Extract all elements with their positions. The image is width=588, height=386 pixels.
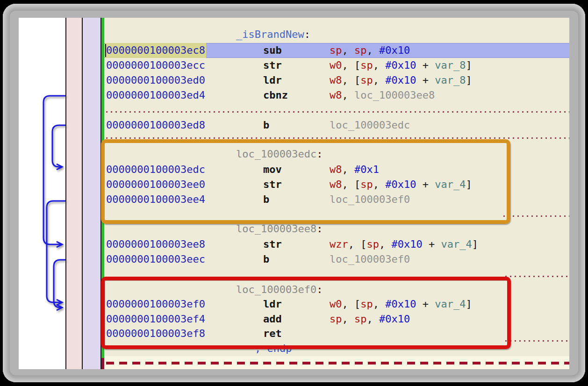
operands-cell: loc_100003ef0 [330, 252, 410, 267]
operand-token-pln: , [ [348, 238, 367, 250]
mnemonic-cell: cbnz [263, 88, 288, 103]
address-cell: 0000000100003ec8 [106, 43, 205, 58]
address-cell: 0000000100003ed4 [106, 88, 205, 103]
listing-row[interactable]: 0000000100003ed0ldrw8, [sp, #0x10 + var_… [104, 73, 569, 88]
operand-token-loc: loc_100003ee8 [354, 89, 435, 101]
mnemonic-cell: str [263, 237, 282, 252]
operand-token-pln: , [ [342, 59, 361, 71]
operand-token-reg: sp [367, 238, 380, 250]
operand-token-imm: #0x10 [385, 59, 416, 71]
operand-token-reg: w8 [330, 74, 342, 86]
operand-token-reg: sp [360, 74, 373, 86]
listing-row[interactable]: 0000000100003eecbloc_100003ef0 [104, 252, 569, 267]
address-cell: 0000000100003ed8 [106, 118, 205, 133]
operand-token-loc: loc_100003edc [330, 119, 410, 131]
jump-arrow [52, 125, 65, 167]
label-name: loc_100003ee8 [236, 223, 316, 235]
operand-token-imm: #0x10 [392, 238, 423, 250]
operand-token-pln: , [373, 74, 386, 86]
operand-token-loc: loc_100003ef0 [330, 253, 410, 265]
address-cell: 0000000100003ed0 [106, 73, 205, 88]
slide-frame: _isBrandNew:0000000100003ec8subsp, sp, #… [0, 0, 588, 386]
operands-cell: w0, [sp, #0x10 + var_8] [330, 58, 472, 73]
mnemonic-cell: sub [263, 43, 282, 58]
operand-token-pln: + [423, 238, 441, 250]
operand-token-pln: , [367, 44, 380, 56]
operand-token-reg: wzr [330, 238, 348, 250]
operand-token-pln: , [342, 89, 355, 101]
ida-page: _isBrandNew:0000000100003ec8subsp, sp, #… [19, 18, 569, 369]
operands-cell: w8, [sp, #0x10 + var_8] [330, 73, 472, 88]
listing-row[interactable]: 0000000100003ee8strwzr, [sp, #0x10 + var… [104, 237, 569, 252]
listing-row[interactable]: 0000000100003ed4cbnzw8, loc_100003ee8 [104, 88, 569, 103]
red-highlight-box [101, 277, 511, 349]
operand-token-pln: ] [466, 74, 472, 86]
mnemonic-cell: ldr [263, 73, 282, 88]
operand-token-pln: , [373, 59, 386, 71]
operand-token-reg: w8 [330, 89, 342, 101]
mnemonic-cell: b [263, 252, 269, 267]
operand-token-pln: + [416, 59, 435, 71]
listing-row[interactable]: 0000000100003eccstrw0, [sp, #0x10 + var_… [104, 58, 569, 73]
pink-margin-column [66, 18, 82, 369]
operand-token-var: var_4 [441, 238, 472, 250]
operand-token-pln: ] [472, 238, 478, 250]
operand-token-reg: sp [330, 44, 342, 56]
lavender-margin-column [83, 18, 100, 369]
operand-token-imm: #0x10 [379, 44, 410, 56]
address-cell: 0000000100003ee8 [106, 237, 205, 252]
operands-cell: loc_100003edc [330, 118, 410, 133]
operand-token-pln: , [379, 238, 392, 250]
orange-highlight-box [101, 139, 510, 224]
label-colon: : [304, 29, 310, 40]
label-colon: : [316, 223, 323, 235]
label-name: _isBrandNew [236, 29, 304, 40]
operand-token-pln: , [342, 44, 355, 56]
jump-arrow [54, 260, 65, 307]
operand-token-var: var_8 [435, 59, 466, 71]
address-cell: 0000000100003ecc [106, 58, 205, 73]
operand-token-reg: w0 [330, 59, 342, 71]
operand-token-imm: #0x10 [385, 74, 416, 86]
operands-cell: wzr, [sp, #0x10 + var_4] [330, 237, 478, 252]
listing-row[interactable]: 0000000100003ed8bloc_100003edc [104, 118, 569, 133]
mnemonic-cell: b [263, 118, 269, 133]
operand-token-pln: , [ [342, 74, 361, 86]
operand-token-pln: + [416, 74, 435, 86]
operand-token-pln: ] [466, 59, 472, 71]
operands-cell: w8, loc_100003ee8 [330, 88, 435, 103]
operands-cell: sp, sp, #0x10 [330, 43, 410, 58]
function-label: _isBrandNew: [236, 27, 310, 42]
operand-token-reg: sp [360, 59, 373, 71]
mnemonic-cell: str [263, 58, 282, 73]
listing-label-row[interactable]: _isBrandNew: [104, 27, 569, 42]
listing-row[interactable]: 0000000100003ec8subsp, sp, #0x10 [104, 43, 569, 58]
operand-token-var: var_8 [435, 74, 466, 86]
operand-token-reg: sp [354, 44, 367, 56]
address-cell: 0000000100003eec [106, 252, 205, 267]
jump-arrows [19, 18, 67, 369]
jump-arrow [47, 201, 65, 302]
